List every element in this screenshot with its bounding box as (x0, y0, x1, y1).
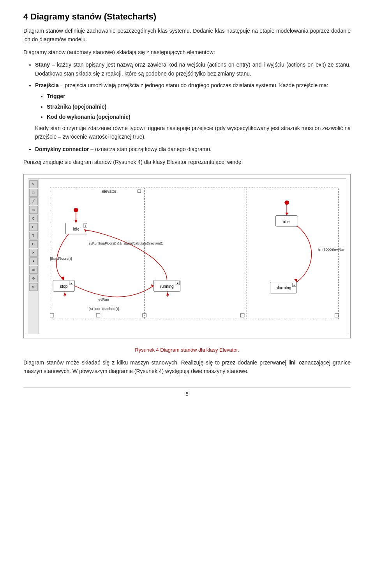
chapter-heading: 4 Diagramy stanów (Statecharts) (23, 12, 351, 22)
svg-marker-5 (74, 220, 78, 223)
toolbar-box[interactable]: ▭ (29, 206, 38, 214)
svg-text:evRun: evRun (98, 297, 109, 301)
svg-text:✦: ✦ (293, 284, 295, 287)
svg-text:elevator: elevator (102, 189, 116, 194)
sub-list: Trigger Strażnika (opcjonalnie) Kod do w… (47, 92, 351, 121)
svg-rect-43 (96, 313, 100, 317)
trigger-label: Trigger (47, 93, 65, 99)
diagram-canvas: ↖ □ ╱ ▭ C H T D ✕ ✦ ≋ ⊙ ↺ elevator (28, 178, 346, 334)
svg-point-31 (284, 201, 289, 205)
bullet-stany-label: Stany (35, 62, 50, 68)
connector-text: – oznacza stan początkowy dla danego dia… (89, 146, 211, 152)
bullet-przejscia-text: – przejścia umożliwiają przejścia z jedn… (59, 82, 328, 88)
svg-text:✦: ✦ (176, 282, 179, 285)
sub-item-trigger: Trigger (47, 92, 351, 100)
svg-text:[!hasFloors()]: [!hasFloors()] (50, 257, 72, 261)
toolbar-star[interactable]: ✦ (29, 257, 38, 265)
para5: Diagram stanów może składać się z kilku … (23, 358, 351, 376)
trigger-para: Kiedy stan otrzymuje zdarzenie równe typ… (35, 124, 351, 141)
toolbar-line[interactable]: ╱ (29, 197, 38, 205)
diagram-caption: Rysunek 4 Diagram stanów dla klasy Eleva… (23, 346, 351, 354)
svg-text:running: running (160, 284, 174, 289)
bullet-stany: Stany – każdy stan opisany jest nazwą or… (35, 60, 351, 78)
toolbar-rect[interactable]: □ (29, 189, 38, 197)
bullet-przejscia-label: Przejścia (35, 82, 59, 88)
toolbar-grid[interactable]: ≋ (29, 266, 38, 274)
svg-text:[isFloorReached()]: [isFloorReached()] (88, 306, 119, 311)
svg-text:idle: idle (283, 220, 289, 224)
connector-label: Domyślny connector (35, 146, 89, 152)
svg-point-3 (74, 208, 78, 212)
bullet-stany-text: – każdy stan opisany jest nazwą oraz zaw… (35, 62, 351, 76)
svg-text:✦: ✦ (70, 282, 72, 285)
para1: Diagram stanów definiuje zachowanie posz… (23, 26, 351, 44)
kod-label: Kod do wykonania (opcjonalnie) (47, 114, 131, 120)
bullet-przejscia: Przejścia – przejścia umożliwiają przejś… (35, 81, 351, 141)
para2: Diagramy stanów (automaty stanowe) skład… (23, 48, 351, 56)
svg-marker-24 (151, 284, 154, 287)
svg-rect-45 (240, 313, 244, 317)
diagram-toolbar[interactable]: ↖ □ ╱ ▭ C H T D ✕ ✦ ≋ ⊙ ↺ (28, 179, 39, 334)
sub-item-straznik: Strażnika (opcjonalnie) (47, 102, 351, 111)
toolbar-t[interactable]: T (29, 232, 38, 239)
straznik-label: Strażnika (opcjonalnie) (47, 104, 106, 110)
toolbar-x[interactable]: ✕ (29, 249, 38, 257)
bullet-connector: Domyślny connector – oznacza stan począt… (35, 145, 351, 153)
svg-rect-46 (335, 313, 339, 317)
toolbar-circle[interactable]: ⊙ (29, 275, 38, 282)
diagram-section: ↖ □ ╱ ▭ C H T D ✕ ✦ ≋ ⊙ ↺ elevator (23, 174, 351, 338)
svg-text:alarming: alarming (276, 286, 291, 290)
svg-rect-30 (246, 188, 339, 319)
diagram-svg: elevator idle ✦ stop ✦ (39, 179, 346, 334)
svg-marker-40 (294, 279, 297, 282)
toolbar-d[interactable]: D (29, 240, 38, 248)
svg-rect-0 (50, 188, 246, 319)
svg-text:evRun[haaFloors() && !alarm]/c: evRun[haaFloors() && !alarm]/calculateDi… (89, 241, 163, 245)
toolbar-undo[interactable]: ↺ (29, 283, 38, 291)
main-list: Stany – każdy stan opisany jest nazwą or… (35, 60, 351, 154)
para4: Poniżej znajduje się diagram stanów (Rys… (23, 158, 351, 166)
toolbar-select[interactable]: ↖ (29, 180, 38, 188)
svg-rect-42 (50, 313, 53, 317)
svg-text:✦: ✦ (84, 225, 86, 227)
statechart-canvas: elevator idle ✦ stop ✦ (39, 179, 346, 334)
svg-marker-33 (285, 213, 288, 216)
svg-text:stop: stop (60, 284, 68, 289)
toolbar-h[interactable]: H (29, 223, 38, 231)
page-number: 5 (23, 387, 351, 397)
toolbar-c[interactable]: C (29, 215, 38, 222)
svg-text:idle: idle (73, 227, 79, 231)
sub-item-kod: Kod do wykonania (opcjonalnie) (47, 113, 351, 121)
svg-rect-2 (138, 190, 141, 193)
svg-text:tm(5000)/evAlarm: tm(5000)/evAlarm (318, 247, 346, 252)
